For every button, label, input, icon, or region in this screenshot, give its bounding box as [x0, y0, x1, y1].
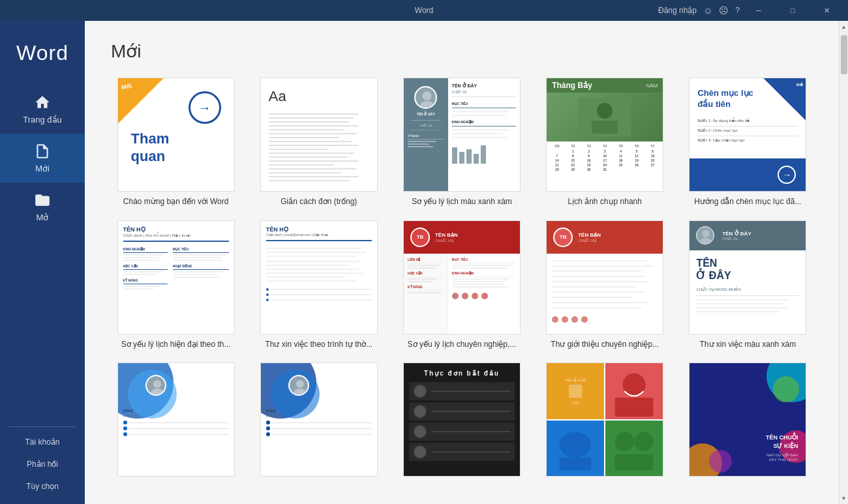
- template-label-cover-blue: Thư xin việc màu xanh xám: [700, 340, 796, 350]
- pro-intro-red-content: TB TÊN BẠN CHỨC VỤ: [547, 221, 663, 334]
- template-event[interactable]: TÊN CHUỖISỰ KIỆN NẠP ĐỦ VỚI BẠNHÃY THỬ N…: [683, 363, 813, 482]
- line-11: [269, 153, 354, 154]
- signin-button[interactable]: Đăng nhập: [658, 6, 697, 15]
- svg-point-19: [560, 432, 592, 458]
- sidebar-logo-text: Word: [16, 41, 68, 65]
- title-bar-right: Đăng nhập ☺ ☹ ? ─ □ ✕: [658, 0, 841, 21]
- svg-point-6: [701, 238, 712, 245]
- template-cover-blue[interactable]: TÊN Ở ĐÂY CHỨC VỤ TÊNỞ ĐÂY CHỨC VỤ MONG …: [683, 220, 813, 350]
- pro-red-initials: TB: [410, 228, 430, 247]
- template-blank[interactable]: Aa: [254, 78, 384, 207]
- colorful-cell-3: [547, 421, 604, 477]
- scroll-up-button[interactable]: ▲: [840, 21, 849, 33]
- svg-rect-24: [615, 454, 654, 470]
- app-body: Word Trang đầu Mới Mở Tài khoản Phản hồi…: [0, 21, 848, 504]
- template-cover-seq[interactable]: TÊN HỌ Chức danh | email@email.com | Điệ…: [254, 220, 384, 350]
- cover-blue-header: TÊN Ở ĐÂY CHỨC VỤ: [689, 221, 806, 250]
- feedback-smiley-button[interactable]: ☺: [703, 5, 712, 16]
- resume-kinh-nghiem: KINH NGHIỆM: [452, 120, 516, 124]
- scroll-thumb[interactable]: [841, 35, 847, 74]
- circle-resume-2-text: [Tên] CHỨC VỤ: [261, 409, 377, 436]
- line-15: [269, 168, 357, 170]
- sidebar-new-label: Mới: [35, 164, 50, 173]
- svg-point-23: [634, 432, 653, 451]
- resume-left-col: TÊN Ở ĐÂY CHỨC VỤ KỸ NĂNG: [404, 78, 448, 191]
- close-button[interactable]: ✕: [811, 0, 841, 21]
- svg-rect-20: [560, 458, 592, 471]
- pro-intro-body: [547, 254, 663, 334]
- resume-right-col: TÊN Ở ĐÂY CHỨC VỤ MỤC TIÊU KINH NGHIỆM: [448, 78, 520, 191]
- sidebar-item-open[interactable]: Mở: [0, 183, 85, 231]
- template-circle-resume-1[interactable]: [Tên] CHỨC VỤ: [111, 363, 241, 482]
- template-modern-resume[interactable]: TÊN HỌ Chức danh | Địa chỉ email | Điện …: [111, 220, 241, 350]
- main-content: Mới Mới → Thamquan Chào mừng bạn đến với…: [85, 21, 839, 504]
- divider-2: [410, 130, 441, 130]
- template-toc[interactable]: Mới Chèn mục lục đầu tiên Bước 1: Áp dụn…: [683, 78, 813, 207]
- toc-arrow-btn: →: [778, 166, 796, 184]
- template-calendar[interactable]: Tháng Bảy NĂM CN T2 T3 T4: [540, 78, 670, 207]
- resume-left-sections: KỸ NĂNG: [404, 133, 448, 150]
- welcome-main-text: Thamquan: [131, 130, 170, 165]
- modern-left: KINH NGHIỆM HỌC VẤN KỸ NĂNG: [123, 245, 168, 329]
- title-bar-center: Word: [415, 6, 433, 15]
- pro-red-body: LIÊN HỆ HỌC VẤN KỸ NĂNG: [404, 254, 520, 334]
- template-colorful[interactable]: Tên tổ chức Logo: [540, 363, 670, 482]
- restore-button[interactable]: □: [778, 0, 808, 21]
- sidebar-item-feedback[interactable]: Phản hồi: [0, 453, 85, 475]
- svg-point-14: [414, 446, 426, 458]
- template-thumb-modern-resume: TÊN HỌ Chức danh | Địa chỉ email | Điện …: [117, 220, 235, 334]
- circle-resume-2-info: [266, 421, 372, 436]
- pro-red-title: CHỨC VỤ: [435, 238, 458, 243]
- event-text: TÊN CHUỖISỰ KIỆN NẠP ĐỦ VỚI BẠNHÃY THỬ N…: [697, 434, 798, 468]
- template-thumb-cover-seq: TÊN HỌ Chức danh | email@email.com | Điệ…: [260, 220, 378, 334]
- pro-red-icons: [452, 293, 516, 299]
- calendar-content: Tháng Bảy NĂM CN T2 T3 T4: [547, 78, 663, 191]
- event-series-name: TÊN CHUỖISỰ KIỆN: [697, 434, 798, 450]
- title-bar: Word Đăng nhập ☺ ☹ ? ─ □ ✕: [0, 0, 848, 21]
- sidebar-bottom: Tài khoản Phản hồi Tùy chọn: [0, 431, 85, 504]
- colorful-cell-2: [605, 363, 663, 419]
- cover-blue-avatar: [696, 226, 714, 245]
- colorful-content: Tên tổ chức Logo: [547, 363, 663, 476]
- help-button[interactable]: ?: [735, 6, 740, 15]
- scroll-down-button[interactable]: ▼: [840, 492, 849, 504]
- template-label-calendar: Lịch ảnh chụp nhanh: [568, 197, 641, 207]
- sidebar-logo: Word: [0, 21, 85, 85]
- resume-subtitle-left: CHỨC VỤ: [417, 124, 434, 127]
- template-dark-menu[interactable]: Thực đơn bắt đầu: [397, 363, 526, 482]
- line-13: [269, 160, 359, 162]
- template-thumb-event: TÊN CHUỖISỰ KIỆN NẠP ĐỦ VỚI BẠNHÃY THỬ N…: [689, 363, 806, 477]
- feedback-frown-button[interactable]: ☹: [719, 5, 729, 16]
- minimize-button[interactable]: ─: [744, 0, 774, 21]
- svg-rect-17: [615, 398, 654, 417]
- svg-point-3: [597, 103, 613, 119]
- cover-blue-sub: CHỨC VỤ: [722, 237, 751, 241]
- cal-month: Tháng Bảy: [552, 81, 592, 90]
- template-welcome[interactable]: Mới → Thamquan Chào mừng bạn đến với Wor…: [111, 78, 241, 207]
- template-pro-resume-red[interactable]: TB TÊN BẠN CHỨC VỤ LIÊN HỆ: [397, 220, 526, 350]
- modern-resume-header: TÊN HỌ Chức danh | Địa chỉ email | Điện …: [123, 226, 229, 242]
- cover-seq-header: TÊN HỌ Chức danh | email@email.com | Điệ…: [266, 226, 372, 241]
- line-9: [269, 145, 359, 146]
- arrow-circle: →: [189, 91, 221, 124]
- event-content: TÊN CHUỖISỰ KIỆN NẠP ĐỦ VỚI BẠNHÃY THỬ N…: [689, 363, 806, 476]
- circle-resume-2-content: [Tên] CHỨC VỤ: [261, 363, 377, 476]
- sidebar-item-account[interactable]: Tài khoản: [0, 431, 85, 453]
- thumb-welcome-content: Mới → Thamquan: [118, 78, 234, 191]
- template-pro-intro-red[interactable]: TB TÊN BẠN CHỨC VỤ: [540, 220, 670, 350]
- sidebar-item-home[interactable]: Trang đầu: [0, 85, 85, 134]
- toc-content: Mới Chèn mục lục đầu tiên Bước 1: Áp dụn…: [689, 78, 806, 191]
- template-resume-bluegray[interactable]: TÊN Ở ĐÂY CHỨC VỤ KỸ NĂNG: [397, 78, 526, 207]
- template-thumb-colorful: Tên tổ chức Logo: [546, 363, 663, 477]
- sidebar-item-new[interactable]: Mới: [0, 134, 85, 183]
- line-3: [269, 121, 349, 123]
- template-label-resume-bluegray: Sơ yếu lý lịch màu xanh xám: [412, 197, 512, 207]
- sidebar-open-label: Mở: [37, 213, 49, 222]
- cover-blue-name-area: TÊN Ở ĐÂY CHỨC VỤ: [722, 231, 751, 241]
- sidebar-item-options[interactable]: Tùy chọn: [0, 475, 85, 497]
- dark-menu-items: [409, 382, 515, 461]
- template-label-pro-resume-red: Sơ yếu lý lịch chuyên nghiệp,...: [408, 340, 517, 350]
- pro-intro-initials: TB: [553, 228, 573, 247]
- toc-sub2: Bước 2: Chèn mục lục: [697, 128, 798, 132]
- template-circle-resume-2[interactable]: [Tên] CHỨC VỤ: [254, 363, 384, 482]
